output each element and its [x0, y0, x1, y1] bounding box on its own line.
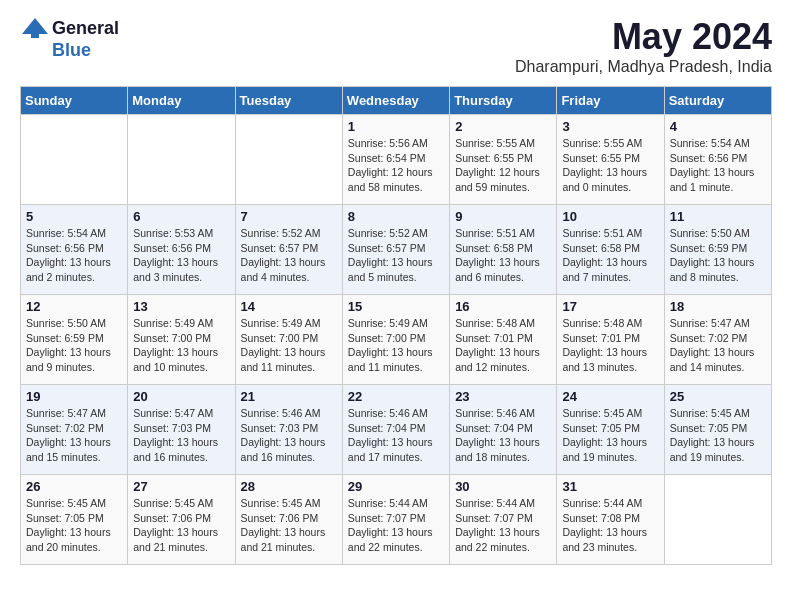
svg-marker-0 — [22, 18, 48, 34]
calendar-week-1: 1Sunrise: 5:56 AMSunset: 6:54 PMDaylight… — [21, 115, 772, 205]
calendar-cell: 19Sunrise: 5:47 AMSunset: 7:02 PMDayligh… — [21, 385, 128, 475]
calendar-cell: 1Sunrise: 5:56 AMSunset: 6:54 PMDaylight… — [342, 115, 449, 205]
calendar-cell: 10Sunrise: 5:51 AMSunset: 6:58 PMDayligh… — [557, 205, 664, 295]
calendar-cell: 9Sunrise: 5:51 AMSunset: 6:58 PMDaylight… — [450, 205, 557, 295]
calendar-cell: 7Sunrise: 5:52 AMSunset: 6:57 PMDaylight… — [235, 205, 342, 295]
calendar-cell: 5Sunrise: 5:54 AMSunset: 6:56 PMDaylight… — [21, 205, 128, 295]
header-monday: Monday — [128, 87, 235, 115]
calendar-cell: 30Sunrise: 5:44 AMSunset: 7:07 PMDayligh… — [450, 475, 557, 565]
logo-general-text: General — [52, 18, 119, 39]
cell-info: Sunrise: 5:49 AMSunset: 7:00 PMDaylight:… — [133, 316, 229, 375]
calendar-cell: 14Sunrise: 5:49 AMSunset: 7:00 PMDayligh… — [235, 295, 342, 385]
calendar-cell: 20Sunrise: 5:47 AMSunset: 7:03 PMDayligh… — [128, 385, 235, 475]
header-wednesday: Wednesday — [342, 87, 449, 115]
logo-blue-text: Blue — [52, 40, 91, 61]
cell-info: Sunrise: 5:48 AMSunset: 7:01 PMDaylight:… — [562, 316, 658, 375]
header-thursday: Thursday — [450, 87, 557, 115]
header-tuesday: Tuesday — [235, 87, 342, 115]
day-number: 30 — [455, 479, 551, 494]
calendar-cell: 8Sunrise: 5:52 AMSunset: 6:57 PMDaylight… — [342, 205, 449, 295]
cell-info: Sunrise: 5:45 AMSunset: 7:05 PMDaylight:… — [670, 406, 766, 465]
day-number: 21 — [241, 389, 337, 404]
logo: General Blue — [20, 16, 119, 61]
month-title: May 2024 — [515, 16, 772, 58]
day-number: 8 — [348, 209, 444, 224]
cell-info: Sunrise: 5:49 AMSunset: 7:00 PMDaylight:… — [348, 316, 444, 375]
cell-info: Sunrise: 5:46 AMSunset: 7:03 PMDaylight:… — [241, 406, 337, 465]
day-number: 11 — [670, 209, 766, 224]
cell-info: Sunrise: 5:47 AMSunset: 7:02 PMDaylight:… — [26, 406, 122, 465]
svg-rect-1 — [31, 34, 39, 38]
cell-info: Sunrise: 5:47 AMSunset: 7:02 PMDaylight:… — [670, 316, 766, 375]
cell-info: Sunrise: 5:51 AMSunset: 6:58 PMDaylight:… — [562, 226, 658, 285]
cell-info: Sunrise: 5:45 AMSunset: 7:05 PMDaylight:… — [26, 496, 122, 555]
cell-info: Sunrise: 5:44 AMSunset: 7:07 PMDaylight:… — [455, 496, 551, 555]
calendar-cell: 4Sunrise: 5:54 AMSunset: 6:56 PMDaylight… — [664, 115, 771, 205]
calendar-week-5: 26Sunrise: 5:45 AMSunset: 7:05 PMDayligh… — [21, 475, 772, 565]
cell-info: Sunrise: 5:46 AMSunset: 7:04 PMDaylight:… — [348, 406, 444, 465]
day-number: 20 — [133, 389, 229, 404]
header-friday: Friday — [557, 87, 664, 115]
day-number: 15 — [348, 299, 444, 314]
page-header: General Blue May 2024 Dharampuri, Madhya… — [20, 16, 772, 76]
cell-info: Sunrise: 5:52 AMSunset: 6:57 PMDaylight:… — [241, 226, 337, 285]
day-number: 2 — [455, 119, 551, 134]
calendar-cell: 23Sunrise: 5:46 AMSunset: 7:04 PMDayligh… — [450, 385, 557, 475]
cell-info: Sunrise: 5:50 AMSunset: 6:59 PMDaylight:… — [26, 316, 122, 375]
day-number: 1 — [348, 119, 444, 134]
calendar-cell — [128, 115, 235, 205]
calendar-cell: 6Sunrise: 5:53 AMSunset: 6:56 PMDaylight… — [128, 205, 235, 295]
calendar-cell — [664, 475, 771, 565]
day-number: 31 — [562, 479, 658, 494]
day-number: 14 — [241, 299, 337, 314]
calendar-table: Sunday Monday Tuesday Wednesday Thursday… — [20, 86, 772, 565]
location: Dharampuri, Madhya Pradesh, India — [515, 58, 772, 76]
cell-info: Sunrise: 5:56 AMSunset: 6:54 PMDaylight:… — [348, 136, 444, 195]
cell-info: Sunrise: 5:45 AMSunset: 7:05 PMDaylight:… — [562, 406, 658, 465]
calendar-cell: 15Sunrise: 5:49 AMSunset: 7:00 PMDayligh… — [342, 295, 449, 385]
day-number: 19 — [26, 389, 122, 404]
logo-icon — [20, 16, 50, 40]
day-number: 26 — [26, 479, 122, 494]
cell-info: Sunrise: 5:44 AMSunset: 7:08 PMDaylight:… — [562, 496, 658, 555]
day-number: 25 — [670, 389, 766, 404]
day-number: 28 — [241, 479, 337, 494]
cell-info: Sunrise: 5:53 AMSunset: 6:56 PMDaylight:… — [133, 226, 229, 285]
day-number: 13 — [133, 299, 229, 314]
cell-info: Sunrise: 5:54 AMSunset: 6:56 PMDaylight:… — [670, 136, 766, 195]
cell-info: Sunrise: 5:55 AMSunset: 6:55 PMDaylight:… — [455, 136, 551, 195]
cell-info: Sunrise: 5:46 AMSunset: 7:04 PMDaylight:… — [455, 406, 551, 465]
cell-info: Sunrise: 5:44 AMSunset: 7:07 PMDaylight:… — [348, 496, 444, 555]
cell-info: Sunrise: 5:45 AMSunset: 7:06 PMDaylight:… — [241, 496, 337, 555]
calendar-header: Sunday Monday Tuesday Wednesday Thursday… — [21, 87, 772, 115]
day-number: 17 — [562, 299, 658, 314]
calendar-cell: 21Sunrise: 5:46 AMSunset: 7:03 PMDayligh… — [235, 385, 342, 475]
calendar-body: 1Sunrise: 5:56 AMSunset: 6:54 PMDaylight… — [21, 115, 772, 565]
calendar-cell: 25Sunrise: 5:45 AMSunset: 7:05 PMDayligh… — [664, 385, 771, 475]
header-saturday: Saturday — [664, 87, 771, 115]
cell-info: Sunrise: 5:45 AMSunset: 7:06 PMDaylight:… — [133, 496, 229, 555]
cell-info: Sunrise: 5:54 AMSunset: 6:56 PMDaylight:… — [26, 226, 122, 285]
day-number: 6 — [133, 209, 229, 224]
calendar-week-4: 19Sunrise: 5:47 AMSunset: 7:02 PMDayligh… — [21, 385, 772, 475]
day-number: 24 — [562, 389, 658, 404]
day-number: 12 — [26, 299, 122, 314]
calendar-cell — [235, 115, 342, 205]
cell-info: Sunrise: 5:48 AMSunset: 7:01 PMDaylight:… — [455, 316, 551, 375]
calendar-cell: 13Sunrise: 5:49 AMSunset: 7:00 PMDayligh… — [128, 295, 235, 385]
day-number: 5 — [26, 209, 122, 224]
calendar-cell: 12Sunrise: 5:50 AMSunset: 6:59 PMDayligh… — [21, 295, 128, 385]
calendar-cell: 26Sunrise: 5:45 AMSunset: 7:05 PMDayligh… — [21, 475, 128, 565]
calendar-cell: 11Sunrise: 5:50 AMSunset: 6:59 PMDayligh… — [664, 205, 771, 295]
calendar-cell: 22Sunrise: 5:46 AMSunset: 7:04 PMDayligh… — [342, 385, 449, 475]
day-number: 29 — [348, 479, 444, 494]
header-sunday: Sunday — [21, 87, 128, 115]
day-number: 22 — [348, 389, 444, 404]
calendar-cell: 2Sunrise: 5:55 AMSunset: 6:55 PMDaylight… — [450, 115, 557, 205]
calendar-cell: 27Sunrise: 5:45 AMSunset: 7:06 PMDayligh… — [128, 475, 235, 565]
calendar-cell: 29Sunrise: 5:44 AMSunset: 7:07 PMDayligh… — [342, 475, 449, 565]
cell-info: Sunrise: 5:51 AMSunset: 6:58 PMDaylight:… — [455, 226, 551, 285]
cell-info: Sunrise: 5:55 AMSunset: 6:55 PMDaylight:… — [562, 136, 658, 195]
day-number: 27 — [133, 479, 229, 494]
calendar-cell: 3Sunrise: 5:55 AMSunset: 6:55 PMDaylight… — [557, 115, 664, 205]
